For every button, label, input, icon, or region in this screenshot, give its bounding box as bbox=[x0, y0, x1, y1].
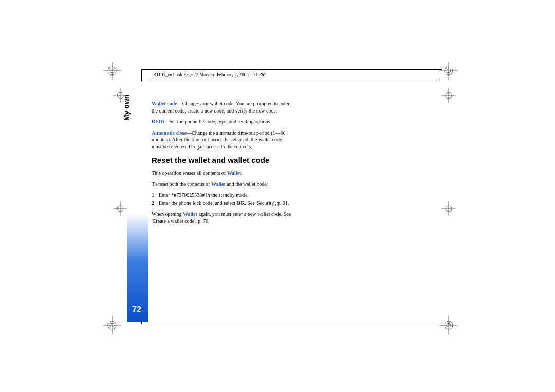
crop-mark-icon bbox=[111, 86, 130, 105]
term-auto-close: Automatic close bbox=[152, 130, 187, 136]
header-rule bbox=[152, 80, 439, 80]
sidebar-gradient bbox=[127, 81, 148, 322]
term-wallet: Wallet bbox=[227, 170, 242, 176]
page-number: 72 bbox=[132, 305, 141, 314]
paragraph: Automatic close—Change the automatic tim… bbox=[152, 129, 293, 151]
crop-mark-icon bbox=[111, 199, 130, 218]
crop-mark-icon bbox=[439, 86, 458, 105]
crop-line bbox=[141, 324, 442, 324]
list-item: 1 Enter *#7370925538# in the standby mod… bbox=[152, 192, 293, 199]
paragraph: When opening Wallet again, you must ente… bbox=[152, 211, 293, 225]
crop-mark-icon bbox=[439, 316, 458, 334]
list-item: 2 Enter the phone lock code, and select … bbox=[152, 200, 293, 207]
term-rfid: RFID bbox=[152, 119, 164, 124]
crop-mark-icon bbox=[439, 199, 458, 218]
paragraph: This operation erases all contents of Wa… bbox=[152, 170, 293, 177]
paragraph: To reset both the contents of Wallet and… bbox=[152, 181, 293, 188]
page-header: R1105_en.book Page 72 Monday, February 7… bbox=[153, 72, 266, 77]
paragraph: Wallet code—Change your wallet code. You… bbox=[152, 100, 293, 114]
crop-mark-icon bbox=[103, 316, 121, 334]
term-wallet: Wallet bbox=[183, 211, 197, 217]
heading-reset: Reset the wallet and wallet code bbox=[152, 155, 293, 165]
paragraph: RFID—Set the phone ID code, type, and se… bbox=[152, 118, 293, 125]
crop-mark-icon bbox=[439, 62, 458, 80]
term-wallet: Wallet bbox=[211, 181, 226, 187]
crop-mark-icon bbox=[103, 62, 121, 80]
term-wallet-code: Wallet code bbox=[152, 101, 177, 106]
body-content: Wallet code—Change your wallet code. You… bbox=[152, 100, 293, 229]
crop-line bbox=[141, 69, 442, 70]
